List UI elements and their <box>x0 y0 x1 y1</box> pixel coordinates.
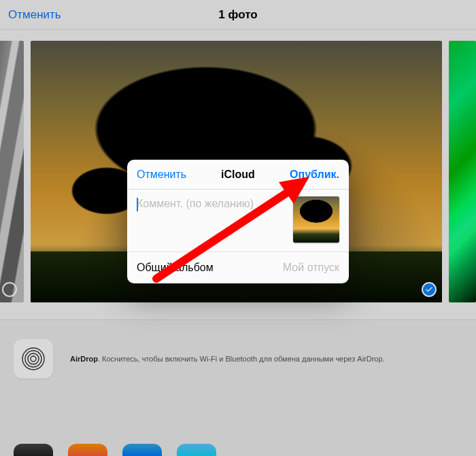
svg-point-1 <box>28 353 39 364</box>
check-icon <box>425 285 433 294</box>
app-3-icon[interactable] <box>122 444 162 456</box>
shared-album-value: Мой отпуск <box>283 262 339 274</box>
page-title: 1 фото <box>218 8 257 22</box>
attached-photo-thumb[interactable] <box>293 196 339 243</box>
airdrop-name: AirDrop <box>70 355 98 363</box>
share-sheet-screen: Отменить 1 фото <box>0 0 476 456</box>
app-2-icon[interactable] <box>68 444 107 456</box>
airdrop-hint-text: AirDrop. Коснитесь, чтобы включить Wi-Fi… <box>70 355 385 363</box>
cancel-button[interactable]: Отменить <box>8 8 61 22</box>
modal-cancel-button[interactable]: Отменить <box>127 160 196 189</box>
selection-circle-empty[interactable] <box>2 282 17 297</box>
airdrop-row[interactable]: AirDrop. Коснитесь, чтобы включить Wi-Fi… <box>14 339 462 379</box>
airdrop-icon <box>14 339 53 379</box>
modal-body <box>127 190 349 252</box>
app-1-icon[interactable] <box>14 444 53 456</box>
airdrop-rest: . Коснитесь, чтобы включить Wi-Fi и Blue… <box>98 355 385 363</box>
shared-album-label: Общий альбом <box>137 262 214 274</box>
airdrop-glyph-icon <box>20 345 47 372</box>
selected-checkmark-badge[interactable] <box>422 282 437 297</box>
top-navbar: Отменить 1 фото <box>0 0 476 30</box>
modal-publish-button[interactable]: Опублик. <box>280 160 349 189</box>
comment-input[interactable] <box>137 196 285 210</box>
photo-thumb-next[interactable] <box>449 41 476 302</box>
text-caret <box>137 198 138 211</box>
svg-point-0 <box>31 356 36 362</box>
app-4-icon[interactable] <box>177 444 216 456</box>
photo-thumb-prev[interactable] <box>0 41 24 302</box>
share-options-panel: AirDrop. Коснитесь, чтобы включить Wi-Fi… <box>0 319 476 456</box>
modal-title: iCloud <box>221 169 255 181</box>
icloud-share-modal: Отменить iCloud Опублик. Общий альбом Мо… <box>127 160 349 283</box>
modal-footer-row[interactable]: Общий альбом Мой отпуск <box>127 252 349 283</box>
svg-point-3 <box>22 348 44 370</box>
modal-header: Отменить iCloud Опублик. <box>127 160 349 190</box>
action-app-row <box>14 444 216 456</box>
